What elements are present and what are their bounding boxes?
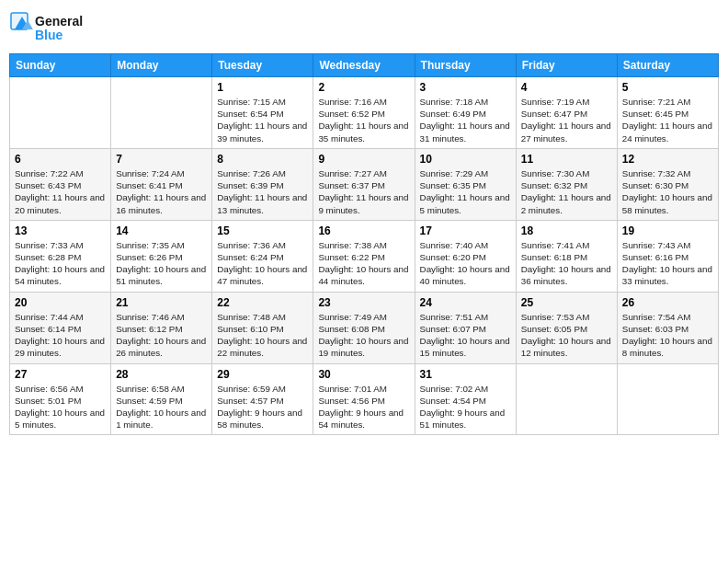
day-info: Sunrise: 7:40 AM Sunset: 6:20 PM Dayligh…	[420, 239, 511, 288]
day-info: Sunrise: 7:24 AM Sunset: 6:41 PM Dayligh…	[116, 167, 207, 216]
header-friday: Friday	[516, 54, 617, 77]
calendar-cell: 23Sunrise: 7:49 AM Sunset: 6:08 PM Dayli…	[313, 292, 415, 363]
day-info: Sunrise: 7:49 AM Sunset: 6:08 PM Dayligh…	[318, 311, 409, 360]
calendar-cell: 15Sunrise: 7:36 AM Sunset: 6:24 PM Dayli…	[212, 220, 313, 292]
day-number: 2	[318, 81, 409, 94]
week-row-1: 1Sunrise: 7:15 AM Sunset: 6:54 PM Daylig…	[10, 77, 719, 149]
calendar-cell: 14Sunrise: 7:35 AM Sunset: 6:26 PM Dayli…	[111, 220, 212, 292]
day-info: Sunrise: 7:15 AM Sunset: 6:54 PM Dayligh…	[217, 96, 308, 144]
day-info: Sunrise: 6:59 AM Sunset: 4:57 PM Dayligh…	[217, 383, 308, 431]
calendar-cell: 29Sunrise: 6:59 AM Sunset: 4:57 PM Dayli…	[212, 363, 313, 435]
header-monday: Monday	[111, 54, 212, 77]
day-info: Sunrise: 7:19 AM Sunset: 6:47 PM Dayligh…	[521, 96, 612, 144]
day-number: 29	[217, 368, 308, 381]
calendar-cell: 27Sunrise: 6:56 AM Sunset: 5:01 PM Dayli…	[10, 363, 111, 435]
calendar-cell	[111, 77, 212, 149]
logo-svg: General Blue	[9, 9, 92, 46]
svg-text:Blue: Blue	[35, 28, 63, 42]
day-info: Sunrise: 7:51 AM Sunset: 6:07 PM Dayligh…	[420, 311, 511, 360]
calendar-cell: 31Sunrise: 7:02 AM Sunset: 4:54 PM Dayli…	[415, 363, 516, 435]
day-number: 19	[622, 224, 713, 237]
header-saturday: Saturday	[617, 54, 718, 77]
day-info: Sunrise: 7:02 AM Sunset: 4:54 PM Dayligh…	[420, 383, 511, 431]
day-number: 12	[622, 153, 713, 166]
day-info: Sunrise: 6:58 AM Sunset: 4:59 PM Dayligh…	[116, 383, 207, 431]
day-number: 23	[318, 296, 409, 309]
week-row-5: 27Sunrise: 6:56 AM Sunset: 5:01 PM Dayli…	[10, 363, 719, 435]
header-sunday: Sunday	[10, 54, 111, 77]
calendar-cell: 2Sunrise: 7:16 AM Sunset: 6:52 PM Daylig…	[313, 77, 415, 149]
day-info: Sunrise: 7:26 AM Sunset: 6:39 PM Dayligh…	[217, 167, 308, 216]
day-info: Sunrise: 7:18 AM Sunset: 6:49 PM Dayligh…	[420, 96, 511, 144]
header-tuesday: Tuesday	[212, 54, 313, 77]
logo: General Blue	[9, 9, 92, 46]
day-info: Sunrise: 6:56 AM Sunset: 5:01 PM Dayligh…	[15, 383, 106, 431]
day-info: Sunrise: 7:29 AM Sunset: 6:35 PM Dayligh…	[420, 167, 511, 216]
calendar-cell	[617, 363, 718, 435]
day-number: 11	[521, 153, 612, 166]
calendar-cell: 28Sunrise: 6:58 AM Sunset: 4:59 PM Dayli…	[111, 363, 212, 435]
calendar-cell: 24Sunrise: 7:51 AM Sunset: 6:07 PM Dayli…	[415, 292, 516, 363]
calendar-cell	[516, 363, 617, 435]
day-number: 14	[116, 224, 207, 237]
calendar-cell: 30Sunrise: 7:01 AM Sunset: 4:56 PM Dayli…	[313, 363, 415, 435]
day-number: 22	[217, 296, 308, 309]
calendar-cell: 4Sunrise: 7:19 AM Sunset: 6:47 PM Daylig…	[516, 77, 617, 149]
day-number: 17	[420, 224, 511, 237]
day-info: Sunrise: 7:54 AM Sunset: 6:03 PM Dayligh…	[622, 311, 713, 360]
calendar-cell: 9Sunrise: 7:27 AM Sunset: 6:37 PM Daylig…	[313, 148, 415, 220]
day-number: 4	[521, 81, 612, 94]
day-number: 31	[420, 368, 511, 381]
day-number: 7	[116, 153, 207, 166]
day-number: 3	[420, 81, 511, 94]
calendar-cell: 12Sunrise: 7:32 AM Sunset: 6:30 PM Dayli…	[617, 148, 718, 220]
header-thursday: Thursday	[415, 54, 516, 77]
day-number: 20	[15, 296, 106, 309]
calendar-cell: 11Sunrise: 7:30 AM Sunset: 6:32 PM Dayli…	[516, 148, 617, 220]
day-info: Sunrise: 7:41 AM Sunset: 6:18 PM Dayligh…	[521, 239, 612, 288]
week-row-2: 6Sunrise: 7:22 AM Sunset: 6:43 PM Daylig…	[10, 148, 719, 220]
week-row-4: 20Sunrise: 7:44 AM Sunset: 6:14 PM Dayli…	[10, 292, 719, 363]
week-row-3: 13Sunrise: 7:33 AM Sunset: 6:28 PM Dayli…	[10, 220, 719, 292]
calendar-cell: 13Sunrise: 7:33 AM Sunset: 6:28 PM Dayli…	[10, 220, 111, 292]
calendar-cell	[10, 77, 111, 149]
day-info: Sunrise: 7:38 AM Sunset: 6:22 PM Dayligh…	[318, 239, 409, 288]
calendar-cell: 21Sunrise: 7:46 AM Sunset: 6:12 PM Dayli…	[111, 292, 212, 363]
calendar-cell: 6Sunrise: 7:22 AM Sunset: 6:43 PM Daylig…	[10, 148, 111, 220]
day-number: 21	[116, 296, 207, 309]
day-info: Sunrise: 7:46 AM Sunset: 6:12 PM Dayligh…	[116, 311, 207, 360]
day-number: 27	[15, 368, 106, 381]
day-number: 5	[622, 81, 713, 94]
calendar-cell: 16Sunrise: 7:38 AM Sunset: 6:22 PM Dayli…	[313, 220, 415, 292]
calendar-cell: 3Sunrise: 7:18 AM Sunset: 6:49 PM Daylig…	[415, 77, 516, 149]
day-number: 9	[318, 153, 409, 166]
calendar-cell: 25Sunrise: 7:53 AM Sunset: 6:05 PM Dayli…	[516, 292, 617, 363]
day-info: Sunrise: 7:21 AM Sunset: 6:45 PM Dayligh…	[622, 96, 713, 144]
day-number: 30	[318, 368, 409, 381]
day-info: Sunrise: 7:27 AM Sunset: 6:37 PM Dayligh…	[318, 167, 409, 216]
calendar-cell: 8Sunrise: 7:26 AM Sunset: 6:39 PM Daylig…	[212, 148, 313, 220]
day-info: Sunrise: 7:22 AM Sunset: 6:43 PM Dayligh…	[15, 167, 106, 216]
calendar-cell: 17Sunrise: 7:40 AM Sunset: 6:20 PM Dayli…	[415, 220, 516, 292]
calendar-cell: 26Sunrise: 7:54 AM Sunset: 6:03 PM Dayli…	[617, 292, 718, 363]
calendar-cell: 1Sunrise: 7:15 AM Sunset: 6:54 PM Daylig…	[212, 77, 313, 149]
header-row: SundayMondayTuesdayWednesdayThursdayFrid…	[10, 54, 719, 77]
day-number: 10	[420, 153, 511, 166]
day-info: Sunrise: 7:01 AM Sunset: 4:56 PM Dayligh…	[318, 383, 409, 431]
day-info: Sunrise: 7:53 AM Sunset: 6:05 PM Dayligh…	[521, 311, 612, 360]
day-info: Sunrise: 7:43 AM Sunset: 6:16 PM Dayligh…	[622, 239, 713, 288]
day-info: Sunrise: 7:44 AM Sunset: 6:14 PM Dayligh…	[15, 311, 106, 360]
page-header: General Blue	[9, 9, 719, 46]
svg-text:General: General	[35, 14, 83, 29]
day-number: 24	[420, 296, 511, 309]
calendar-cell: 20Sunrise: 7:44 AM Sunset: 6:14 PM Dayli…	[10, 292, 111, 363]
day-info: Sunrise: 7:33 AM Sunset: 6:28 PM Dayligh…	[15, 239, 106, 288]
day-number: 8	[217, 153, 308, 166]
header-wednesday: Wednesday	[313, 54, 415, 77]
day-info: Sunrise: 7:30 AM Sunset: 6:32 PM Dayligh…	[521, 167, 612, 216]
day-info: Sunrise: 7:35 AM Sunset: 6:26 PM Dayligh…	[116, 239, 207, 288]
calendar-table: SundayMondayTuesdayWednesdayThursdayFrid…	[9, 53, 719, 435]
calendar-cell: 18Sunrise: 7:41 AM Sunset: 6:18 PM Dayli…	[516, 220, 617, 292]
calendar-cell: 22Sunrise: 7:48 AM Sunset: 6:10 PM Dayli…	[212, 292, 313, 363]
day-number: 6	[15, 153, 106, 166]
